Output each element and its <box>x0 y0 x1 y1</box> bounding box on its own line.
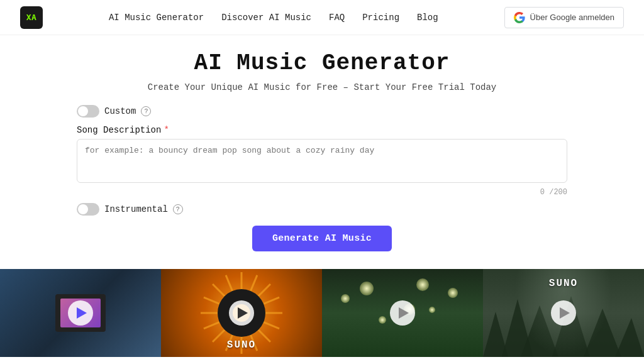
main-content: AI Music Generator Create Your Unique AI… <box>0 35 644 269</box>
play-button-1[interactable] <box>68 300 93 326</box>
instrumental-toggle-row: Instrumental ? <box>77 203 567 216</box>
nav-blog[interactable]: Blog <box>417 13 438 23</box>
custom-toggle-row: Custom ? <box>77 105 567 118</box>
play-button-3[interactable] <box>390 300 415 326</box>
nav-pricing[interactable]: Pricing <box>362 13 399 23</box>
song-description-input[interactable] <box>77 139 567 183</box>
song-description-label: Song Description * <box>77 125 567 135</box>
required-indicator: * <box>164 125 169 135</box>
instrumental-label: Instrumental <box>104 204 168 214</box>
generator-form: Custom ? Song Description * 0 /200 Instr… <box>77 105 567 216</box>
play-button-2[interactable] <box>229 300 254 326</box>
hero-subtitle: Create Your Unique AI Music for Free – S… <box>148 82 497 92</box>
generate-button[interactable]: Generate AI Music <box>252 226 392 251</box>
thumbnail-4[interactable]: SUNO <box>483 269 644 357</box>
nav-faq[interactable]: FAQ <box>329 13 345 23</box>
thumbnails-row: SUNO SUNO <box>0 269 644 357</box>
google-signin-label: Über Google anmelden <box>530 13 614 22</box>
google-icon <box>514 12 525 23</box>
instrumental-help-icon[interactable]: ? <box>173 204 183 214</box>
navbar: XA AI Music Generator Discover AI Music … <box>0 0 644 35</box>
play-button-4[interactable] <box>551 300 576 326</box>
orb-1 <box>360 282 374 295</box>
custom-help-icon[interactable]: ? <box>141 106 151 116</box>
nav-discover-ai-music[interactable]: Discover AI Music <box>221 13 311 23</box>
suno-label-4: SUNO <box>549 278 578 289</box>
custom-toggle[interactable] <box>77 105 99 118</box>
thumbnail-2[interactable]: SUNO <box>161 269 322 357</box>
nav-links: AI Music Generator Discover AI Music FAQ… <box>109 13 438 23</box>
google-signin-button[interactable]: Über Google anmelden <box>504 7 624 28</box>
custom-label: Custom <box>104 106 136 116</box>
thumbnail-3[interactable] <box>322 269 483 357</box>
page-title: AI Music Generator <box>194 50 450 76</box>
instrumental-toggle[interactable] <box>77 203 99 216</box>
orb-6 <box>448 288 458 298</box>
play-icon-1 <box>77 307 87 319</box>
orb-7 <box>429 307 435 313</box>
thumbnail-1[interactable] <box>0 269 161 357</box>
tv-monitor <box>55 294 106 332</box>
play-icon-2 <box>238 307 248 319</box>
orb-2 <box>341 294 350 303</box>
suno-label-2: SUNO <box>227 339 256 351</box>
orb-5 <box>379 316 386 324</box>
play-icon-4 <box>560 307 570 319</box>
nav-ai-music-generator[interactable]: AI Music Generator <box>109 13 204 23</box>
tv-screen <box>60 299 101 327</box>
orb-4 <box>416 278 429 291</box>
play-icon-3 <box>399 307 409 319</box>
char-count: 0 /200 <box>77 188 567 197</box>
logo-text: XA <box>26 13 37 22</box>
logo[interactable]: XA <box>20 6 43 29</box>
